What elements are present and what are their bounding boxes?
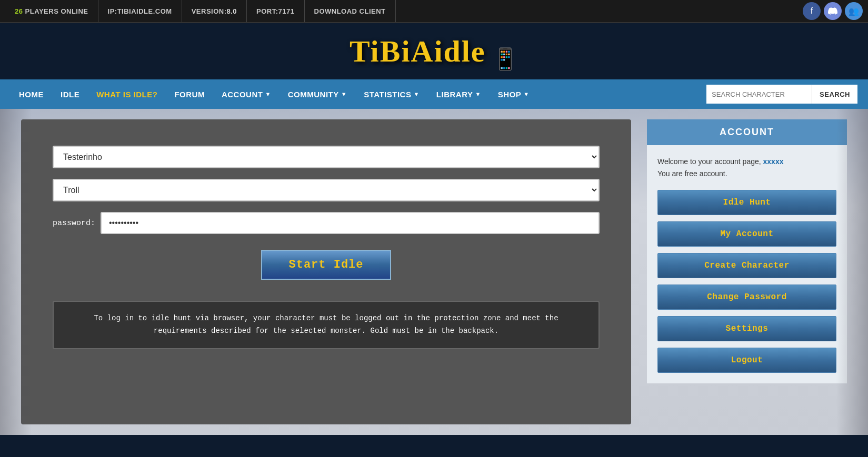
logo-area: TiBiAidle 📱 <box>0 23 868 79</box>
version-info: VERSION:8.0 <box>182 0 247 22</box>
search-button[interactable]: SEARCH <box>812 85 857 104</box>
account-header: ACCOUNT <box>647 119 847 145</box>
facebook-icon[interactable]: f <box>803 2 821 20</box>
account-dropdown-arrow: ▼ <box>265 91 271 97</box>
users-icon[interactable]: 👥 <box>845 2 863 20</box>
password-row: password: <box>53 212 600 234</box>
logo: TiBiAidle 📱 <box>0 34 868 72</box>
shop-dropdown-arrow: ▼ <box>523 91 529 97</box>
nav-what-is-idle[interactable]: WHAT IS IDLE? <box>88 79 166 109</box>
start-idle-button[interactable]: Start Idle <box>261 250 391 280</box>
change-password-button[interactable]: Change Password <box>657 285 836 310</box>
library-dropdown-arrow: ▼ <box>475 91 481 97</box>
username-link[interactable]: xxxxx <box>763 157 784 166</box>
nav-home[interactable]: HOME <box>11 79 52 109</box>
search-area: SEARCH <box>706 85 857 104</box>
nav-account[interactable]: ACCOUNT ▼ <box>213 79 280 109</box>
idle-hunt-button[interactable]: Idle Hunt <box>657 190 836 215</box>
nav-community[interactable]: COMMUNITY ▼ <box>280 79 355 109</box>
password-label: password: <box>53 219 95 228</box>
login-panel: Testerinho Troll password: Start Idle To… <box>21 119 631 424</box>
logo-text: TiBiAidle <box>350 34 486 69</box>
nav-forum[interactable]: FORUM <box>166 79 213 109</box>
ip-info: IP:TIBIAIDLE.COM <box>98 0 182 22</box>
navbar: HOME IDLE WHAT IS IDLE? FORUM ACCOUNT ▼ … <box>0 79 868 109</box>
download-link[interactable]: DOWNLOAD CLIENT <box>305 0 396 22</box>
players-online: 26 PLAYERS ONLINE <box>5 0 98 22</box>
password-input[interactable] <box>101 212 600 234</box>
nav-statistics[interactable]: STATISTICS ▼ <box>355 79 428 109</box>
character-select[interactable]: Testerinho <box>53 146 600 168</box>
search-input[interactable] <box>706 85 812 104</box>
account-panel: ACCOUNT Welcome to your account page, xx… <box>647 119 847 424</box>
nav-shop[interactable]: SHOP ▼ <box>490 79 538 109</box>
nav-idle[interactable]: IDLE <box>52 79 88 109</box>
account-body: Welcome to your account page, xxxxx You … <box>647 145 847 383</box>
social-icons: f 👥 <box>803 2 863 20</box>
players-count: 26 <box>15 7 23 15</box>
topbar: 26 PLAYERS ONLINE IP:TIBIAIDLE.COM VERSI… <box>0 0 868 23</box>
welcome-text: Welcome to your account page, xxxxx You … <box>657 156 836 179</box>
monster-select[interactable]: Troll <box>53 179 600 201</box>
create-character-button[interactable]: Create Character <box>657 253 836 278</box>
port-info: PORT:7171 <box>247 0 304 22</box>
logo-phone-icon: 📱 <box>492 47 518 72</box>
logout-button[interactable]: Logout <box>657 348 836 373</box>
main-content: Testerinho Troll password: Start Idle To… <box>0 109 868 435</box>
nav-library[interactable]: LIBRARY ▼ <box>428 79 490 109</box>
discord-icon[interactable] <box>824 2 842 20</box>
settings-button[interactable]: Settings <box>657 316 836 341</box>
my-account-button[interactable]: My Account <box>657 221 836 247</box>
statistics-dropdown-arrow: ▼ <box>413 91 419 97</box>
community-dropdown-arrow: ▼ <box>341 91 347 97</box>
info-box: To log in to idle hunt via browser, your… <box>53 301 600 349</box>
